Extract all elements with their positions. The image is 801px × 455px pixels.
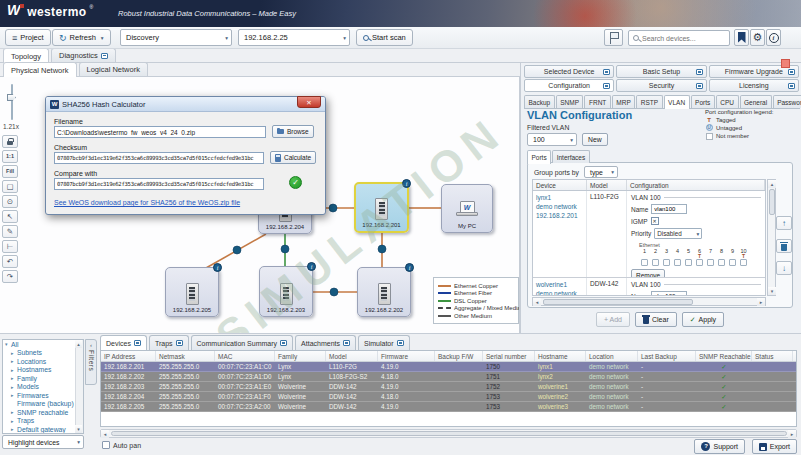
vertical-scrollbar[interactable] [767, 179, 776, 296]
popout-icon[interactable] [603, 83, 610, 89]
link-junction-dot[interactable] [233, 246, 241, 254]
clear-button[interactable]: Clear [635, 312, 677, 327]
tab-security[interactable]: Security [616, 79, 706, 92]
popout-icon[interactable] [101, 53, 108, 59]
link-junction-dot[interactable] [378, 245, 386, 253]
compare-input[interactable] [54, 178, 264, 190]
tab-mrp[interactable]: MRP [612, 95, 635, 108]
port-checkbox[interactable] [685, 259, 692, 266]
tab-ports[interactable]: Ports [691, 95, 715, 108]
port-checkbox[interactable] [652, 259, 659, 266]
device-row-192.168.2.204[interactable]: 192.168.2.204255.255.255.000:07:7C:23:A1… [101, 392, 796, 402]
project-button[interactable]: Project [5, 29, 51, 46]
popout-icon[interactable] [397, 340, 404, 346]
browse-button[interactable]: Browse [272, 125, 314, 138]
scroll-left-icon[interactable] [533, 298, 541, 306]
filter-tree-item-firmware-backup[interactable]: Firmware (backup) [3, 400, 83, 409]
device-192-168-2-203-node[interactable]: 192.168.2.203i [259, 266, 313, 317]
filter-tree-item-locations[interactable]: ▸Locations [3, 357, 83, 366]
scroll-right-icon[interactable] [757, 298, 765, 306]
horizontal-scrollbar[interactable] [532, 297, 766, 306]
tab-backup[interactable]: Backup [524, 95, 555, 108]
column-header-netmask[interactable]: Netmask [156, 351, 215, 361]
device-192-168-2-205-node[interactable]: 192.168.2.205i [165, 267, 219, 317]
undo-tool-button[interactable]: ↶ [2, 255, 18, 268]
tab-snmp[interactable]: SNMP [556, 95, 584, 108]
link-junction-dot[interactable] [330, 288, 338, 296]
filter-tree-item-hostnames[interactable]: ▸Hostnames [3, 366, 83, 375]
scroll-left-icon[interactable] [101, 430, 109, 438]
column-header-model[interactable]: Model [326, 351, 378, 361]
device-row-192.168.2.205[interactable]: 192.168.2.205255.255.255.000:07:7C:23:A2… [101, 402, 796, 412]
select-mode-tool-button[interactable]: ↖ [2, 210, 18, 223]
popout-icon[interactable] [176, 340, 183, 346]
bottom-tab-traps[interactable]: Traps [149, 335, 189, 350]
tab-diagnostics[interactable]: Diagnostics [51, 48, 116, 62]
add-button[interactable]: + Add [596, 312, 630, 327]
port-checkbox[interactable] [641, 259, 648, 266]
column-header-serial-number[interactable]: Serial number [483, 351, 535, 361]
device-row-192.168.2.202[interactable]: 192.168.2.202255.255.255.000:07:7C:23:A1… [101, 372, 796, 382]
popout-icon[interactable] [788, 83, 795, 89]
move-down-button[interactable]: ↓ [776, 261, 792, 275]
scrollbar-thumb[interactable] [769, 189, 775, 215]
dialog-titlebar[interactable]: W SHA256 Hash Calculator ✕ [46, 97, 325, 112]
flag-button[interactable] [604, 29, 623, 46]
vlan-name-input[interactable] [651, 204, 687, 214]
about-button[interactable]: i [766, 29, 781, 46]
zoom-slider[interactable] [7, 84, 17, 120]
column-header-model[interactable]: Model [587, 180, 627, 190]
tab-licensing[interactable]: Licensing [709, 79, 799, 92]
device-192-168-2-201-node[interactable]: 192.168.2.201i [354, 182, 409, 233]
highlight-devices-select[interactable]: Highlight devices [2, 435, 84, 449]
remove-vlan-button[interactable]: Remove [631, 269, 665, 278]
edit-tool-button[interactable]: ✎ [2, 225, 18, 238]
column-header-firmware[interactable]: Firmware [378, 351, 435, 361]
bottom-tab-simulator[interactable]: Simulator [358, 335, 410, 350]
auto-pan-checkbox[interactable] [102, 441, 110, 449]
checksum-input[interactable] [54, 152, 264, 164]
support-button[interactable]: ? Support [694, 439, 745, 454]
filename-input[interactable] [54, 126, 266, 138]
delete-button[interactable] [776, 239, 792, 253]
tab-password[interactable]: Password [773, 95, 801, 108]
filter-tree-item-traps[interactable]: ▸Traps [3, 417, 83, 426]
filter-tree-item-subnets[interactable]: ▸Subnets [3, 349, 83, 358]
tab-cpu[interactable]: CPU [716, 95, 739, 108]
column-header-mac[interactable]: MAC [215, 351, 275, 361]
tab-logical-network[interactable]: Logical Network [79, 62, 148, 76]
filters-collapse-tab[interactable]: ‹ Filters [85, 339, 97, 385]
filter-tree-item-family[interactable]: ▸Family [3, 374, 83, 383]
settings-button[interactable]: ⚙ [750, 29, 765, 46]
one-to-one-tool-button[interactable]: 1:1 [2, 150, 18, 163]
filter-tree-item-snmp-reachable[interactable]: ▸SNMP reachable [3, 408, 83, 417]
search-input[interactable] [642, 35, 722, 42]
tab-physical-network[interactable]: Physical Network [3, 62, 77, 77]
priority-select[interactable]: Disabled [654, 228, 702, 239]
table-horizontal-scrollbar[interactable] [100, 429, 797, 438]
filter-tree-item-models[interactable]: ▸Models [3, 383, 83, 392]
scroll-down-icon[interactable] [75, 425, 82, 433]
scrollbar-thumb[interactable] [543, 299, 693, 305]
port-checkbox[interactable] [718, 259, 725, 266]
popout-icon[interactable] [280, 340, 287, 346]
popout-icon[interactable] [343, 340, 350, 346]
bookmark-button[interactable] [734, 29, 749, 46]
tab-ports[interactable]: Ports [527, 150, 551, 164]
tab-frnt[interactable]: FRNT [584, 95, 610, 108]
lock-tool-button[interactable] [2, 135, 18, 148]
filter-tree-item-firmwares[interactable]: ▸Firmwares [3, 391, 83, 400]
scroll-up-icon[interactable] [75, 340, 82, 348]
power-tool-button[interactable]: ⊙ [2, 195, 18, 208]
weos-download-link[interactable]: See WeOS download page for SHA256 of the… [54, 199, 240, 206]
tab-general[interactable]: General [740, 95, 772, 108]
redo-tool-button[interactable]: ↷ [2, 270, 18, 283]
scroll-right-icon[interactable] [788, 430, 796, 438]
tab-rstp[interactable]: RSTP [636, 95, 662, 108]
tab-topology[interactable]: Topology [3, 48, 49, 63]
column-header-snmp-reachable[interactable]: SNMP Reachable [696, 351, 752, 361]
igmp-checkbox[interactable]: ✕ [651, 217, 659, 225]
vlan-name-input[interactable] [651, 291, 687, 296]
device-row-192.168.2.203[interactable]: 192.168.2.203255.255.255.000:07:7C:23:A1… [101, 382, 796, 392]
scan-ip-select[interactable]: 192.168.2.25 [238, 29, 350, 46]
